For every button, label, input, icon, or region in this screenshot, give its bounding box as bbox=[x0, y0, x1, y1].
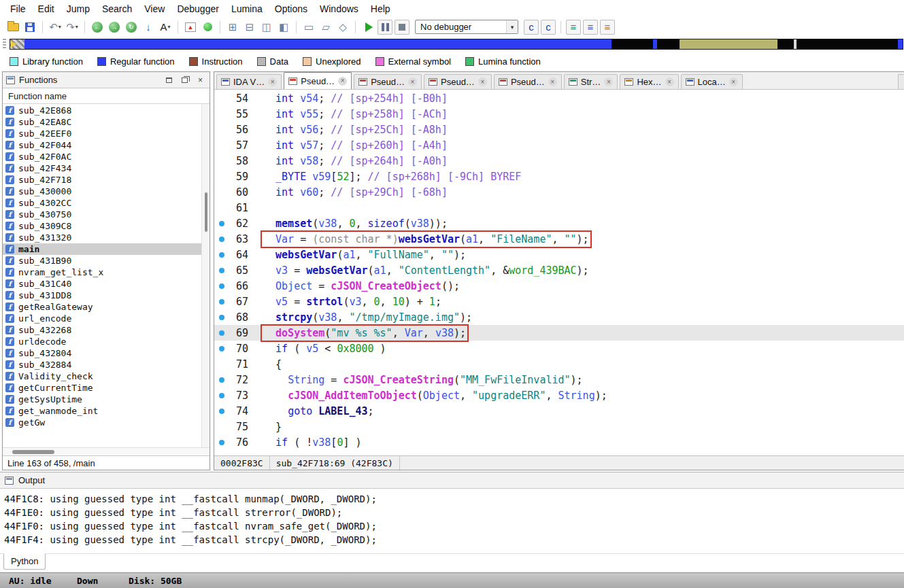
code-line[interactable]: 74 goto LABEL_43; bbox=[214, 403, 904, 419]
function-row[interactable]: fsub_431320 bbox=[3, 232, 210, 243]
navigate-back-button[interactable]: ← bbox=[90, 20, 105, 35]
function-row[interactable]: fgetSysUptime bbox=[3, 394, 210, 405]
function-row[interactable]: fsub_42F044 bbox=[3, 139, 210, 151]
function-name-column-header[interactable]: Function name bbox=[3, 88, 210, 104]
function-row[interactable]: fnvram_get_list_x bbox=[3, 266, 210, 278]
float-window-button[interactable] bbox=[179, 75, 190, 86]
undo-button[interactable]: ↶▾ bbox=[48, 20, 63, 35]
function-row[interactable]: fsub_432268 bbox=[3, 324, 210, 336]
debugger-selector[interactable]: No debugger▾ bbox=[415, 20, 518, 34]
tab-pseudocode[interactable]: Pseud…× bbox=[354, 74, 422, 89]
segments-window-button[interactable]: ≡ bbox=[566, 20, 581, 35]
breakpoints-button[interactable]: ◫ bbox=[259, 20, 274, 35]
menu-help[interactable]: Help bbox=[365, 1, 397, 17]
function-row[interactable]: fsub_431C40 bbox=[3, 278, 210, 290]
select-encoding-button[interactable]: A▾ bbox=[158, 20, 173, 35]
function-row[interactable]: fsub_432884 bbox=[3, 359, 210, 370]
output-titlebar[interactable]: Output bbox=[0, 472, 904, 489]
start-process-button[interactable] bbox=[361, 20, 375, 35]
edit-function-button[interactable]: ▱ bbox=[318, 20, 333, 35]
recent-locations-button[interactable]: ↻ bbox=[124, 20, 139, 35]
save-database-button[interactable] bbox=[22, 20, 37, 35]
open-file-button[interactable] bbox=[5, 20, 20, 35]
lumina-status-button[interactable] bbox=[200, 20, 215, 35]
functions-panel-titlebar[interactable]: Functions × bbox=[3, 72, 210, 88]
function-row[interactable]: fgetGw bbox=[3, 417, 210, 428]
function-row[interactable]: fsub_430000 bbox=[3, 186, 210, 197]
code-line[interactable]: 71 { bbox=[214, 356, 904, 372]
menu-lumina[interactable]: Lumina bbox=[225, 1, 269, 17]
code-line[interactable]: 54 int v54; // [sp+254h] [-B0h] bbox=[214, 90, 904, 106]
toolbar-drag-handle[interactable] bbox=[3, 39, 6, 50]
function-row[interactable]: fsub_4309C8 bbox=[3, 220, 210, 232]
menu-edit[interactable]: Edit bbox=[32, 1, 61, 17]
code-line[interactable]: 73 cJSON_AddItemToObject(Object, "upgrad… bbox=[214, 387, 904, 403]
tab-close-icon[interactable]: × bbox=[729, 77, 738, 86]
function-row[interactable]: fsub_430750 bbox=[3, 209, 210, 220]
function-row[interactable]: fValidity_check bbox=[3, 370, 210, 382]
tab-close-icon[interactable]: × bbox=[408, 77, 417, 86]
enums-window-button[interactable]: ≡ bbox=[600, 20, 615, 35]
tab-strings[interactable]: Str…× bbox=[564, 74, 618, 89]
jump-to-address-button[interactable]: ↓ bbox=[141, 20, 156, 35]
code-line[interactable]: 66 Object = cJSON_CreateObject(); bbox=[214, 278, 904, 294]
code-line[interactable]: 70 if ( v5 < 0x8000 ) bbox=[214, 341, 904, 356]
tab-pseudocode[interactable]: Pseud…× bbox=[284, 72, 352, 89]
menu-options[interactable]: Options bbox=[269, 1, 314, 17]
code-line[interactable]: 59 _BYTE v59[52]; // [sp+268h] [-9Ch] BY… bbox=[214, 169, 904, 184]
function-row[interactable]: fsub_42F718 bbox=[3, 174, 210, 186]
tab-close-icon[interactable]: × bbox=[268, 77, 277, 86]
function-row[interactable]: furldecode bbox=[3, 336, 210, 347]
function-row[interactable]: fsub_42E868 bbox=[3, 105, 210, 116]
navigation-band[interactable] bbox=[10, 39, 903, 50]
code-line[interactable]: 63 Var = (const char *)websGetVar(a1, "F… bbox=[214, 231, 904, 247]
code-line[interactable]: 67 v5 = strtol(v3, 0, 10) + 1; bbox=[214, 294, 904, 309]
code-line[interactable]: 76 if ( !v38[0] ) bbox=[214, 434, 904, 450]
code-line[interactable]: 57 int v57; // [sp+260h] [-A4h] bbox=[214, 137, 904, 153]
code-line[interactable]: 65 v3 = websGetVar(a1, "ContentLength", … bbox=[214, 262, 904, 278]
hscrollbar-thumb[interactable] bbox=[12, 450, 54, 454]
functions-vscrollbar[interactable] bbox=[201, 104, 210, 447]
tab-close-icon[interactable]: × bbox=[665, 77, 674, 86]
watch-view-button[interactable]: ◧ bbox=[276, 20, 291, 35]
tab-overflow-sliver[interactable] bbox=[898, 74, 904, 89]
tab-close-icon[interactable]: × bbox=[338, 77, 347, 86]
function-row[interactable]: fget_wanmode_int bbox=[3, 405, 210, 417]
function-row[interactable]: furl_encode bbox=[3, 313, 210, 324]
code-line[interactable]: 56 int v56; // [sp+25Ch] [-A8h] bbox=[214, 122, 904, 137]
tab-close-icon[interactable]: × bbox=[548, 77, 557, 86]
code-line[interactable]: 69 doSystem("mv %s %s", Var, v38); bbox=[214, 325, 904, 341]
close-panel-button[interactable]: × bbox=[195, 75, 206, 86]
function-row[interactable]: fsub_42EA8C bbox=[3, 116, 210, 128]
code-line[interactable]: 64 websGetVar(a1, "FullName", ""); bbox=[214, 247, 904, 262]
code-line[interactable]: 58 int v58; // [sp+264h] [-A0h] bbox=[214, 153, 904, 169]
tab-ida-view[interactable]: IDA V…× bbox=[216, 74, 282, 89]
menu-search[interactable]: Search bbox=[96, 1, 138, 17]
tab-pseudocode[interactable]: Pseud…× bbox=[494, 74, 562, 89]
tab-pseudocode[interactable]: Pseud…× bbox=[424, 74, 492, 89]
code-line[interactable]: 75 } bbox=[214, 419, 904, 434]
tab-locals[interactable]: Loca…× bbox=[681, 74, 743, 89]
tab-hex[interactable]: Hex…× bbox=[620, 74, 678, 89]
tab-close-icon[interactable]: × bbox=[478, 77, 487, 86]
code-line[interactable]: 61 bbox=[214, 200, 904, 215]
module-windows-button[interactable]: ⊟ bbox=[242, 20, 257, 35]
menu-windows[interactable]: Windows bbox=[314, 1, 365, 17]
redo-button[interactable]: ↷▾ bbox=[65, 20, 80, 35]
vscrollbar-thumb[interactable] bbox=[205, 192, 207, 232]
function-row[interactable]: fsub_432804 bbox=[3, 347, 210, 359]
python-console-button[interactable]: c bbox=[541, 20, 556, 35]
code-line[interactable]: 60 int v60; // [sp+29Ch] [-68h] bbox=[214, 184, 904, 200]
function-row[interactable]: fsub_4302CC bbox=[3, 197, 210, 209]
debugger-windows-button[interactable]: ⊞ bbox=[225, 20, 240, 35]
code-line[interactable]: 68 strcpy(v38, "/tmp/myImage.img"); bbox=[214, 309, 904, 325]
function-row[interactable]: fgetRealGateway bbox=[3, 301, 210, 313]
code-line[interactable]: 62 memset(v38, 0, sizeof(v38)); bbox=[214, 215, 904, 231]
menu-view[interactable]: View bbox=[138, 1, 171, 17]
tab-close-icon[interactable]: × bbox=[604, 77, 613, 86]
function-row[interactable]: fsub_431B90 bbox=[3, 255, 210, 266]
navigate-forward-button[interactable]: → bbox=[107, 20, 122, 35]
menu-file[interactable]: File bbox=[4, 1, 32, 17]
function-row[interactable]: fsub_42F0AC bbox=[3, 151, 210, 162]
code-line[interactable]: 72 String = cJSON_CreateString("MM_FwFil… bbox=[214, 372, 904, 387]
